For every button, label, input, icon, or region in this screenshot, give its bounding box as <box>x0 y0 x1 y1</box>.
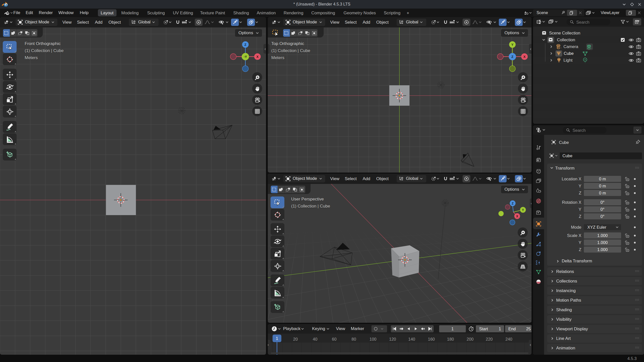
svg-text:Z: Z <box>512 202 513 205</box>
svg-text:Z: Z <box>244 43 246 47</box>
svg-text:X: X <box>256 55 259 59</box>
svg-text:Y: Y <box>522 208 524 212</box>
svg-text:Y: Y <box>511 43 514 47</box>
svg-text:X: X <box>523 55 526 59</box>
svg-text:X: X <box>516 215 518 218</box>
svg-text:Z: Z <box>511 55 513 59</box>
svg-text:-Y: -Y <box>244 55 247 59</box>
